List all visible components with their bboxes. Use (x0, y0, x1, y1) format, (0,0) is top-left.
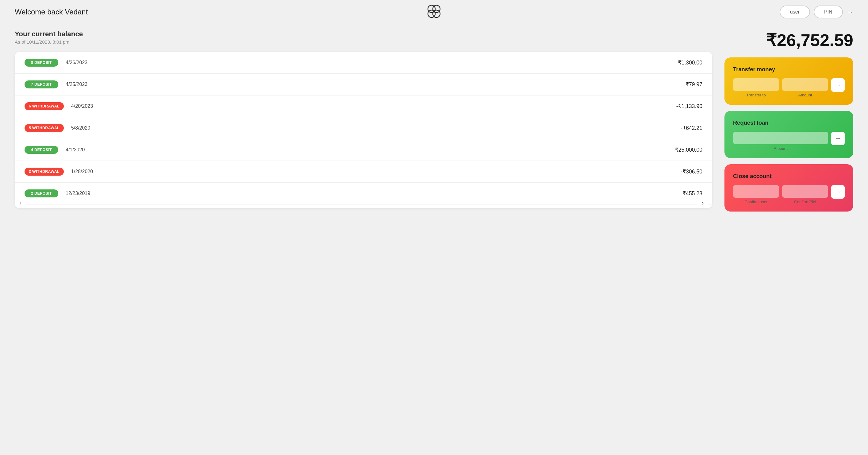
table-row: 4 DEPOSIT4/1/2020₹25,000.00 (15, 139, 712, 161)
confirm-user-wrap: Confirm user (733, 185, 779, 204)
svg-point-3 (433, 10, 440, 18)
transaction-amount: ₹79.97 (685, 81, 702, 88)
loan-card: Request loan Amount → (724, 111, 853, 158)
right-panel: ₹26,752.59 Transfer money Transfer to Am… (724, 30, 853, 211)
loan-fields-row: Amount → (733, 132, 845, 151)
transfer-to-label: Transfer to (747, 93, 766, 97)
transaction-date: 12/23/2019 (66, 191, 682, 196)
transactions-card: 8 DEPOSIT4/26/2023₹1,300.007 DEPOSIT4/25… (15, 52, 712, 208)
loan-submit-button[interactable]: → (831, 132, 845, 145)
user-button[interactable]: user (780, 5, 810, 19)
transfer-fields-row: Transfer to Amount → (733, 78, 845, 97)
confirm-pin-input[interactable] (782, 185, 828, 198)
logo (425, 2, 443, 22)
deposit-badge: 2 DEPOSIT (25, 190, 58, 197)
transfer-to-input[interactable] (733, 78, 779, 91)
transaction-amount: ₹1,300.00 (678, 60, 703, 66)
table-row: 3 WITHDRAWAL1/28/2020-₹306.50 (15, 161, 712, 183)
transaction-date: 5/8/2020 (71, 125, 681, 131)
confirm-pin-wrap: Confirm PIN (782, 185, 828, 204)
deposit-badge: 4 DEPOSIT (25, 146, 58, 154)
header-right: user PIN → (780, 5, 853, 19)
header-arrow[interactable]: → (846, 8, 853, 16)
action-cards: Transfer money Transfer to Amount → Requ… (724, 57, 853, 211)
transfer-to-wrap: Transfer to (733, 78, 779, 97)
scroll-right-arrow[interactable]: › (697, 198, 709, 208)
balance-date: As of 10/11/2023, 8:01 pm (15, 39, 712, 45)
balance-label: Your current balance (15, 30, 712, 38)
table-row: 7 DEPOSIT4/25/2023₹79.97 (15, 74, 712, 95)
table-row: 8 DEPOSIT4/26/2023₹1,300.00 (15, 52, 712, 74)
close-account-card: Close account Confirm user Confirm PIN → (724, 164, 853, 211)
table-row: 6 WITHDRAWAL4/20/2023-₹1,133.90 (15, 95, 712, 117)
close-account-title: Close account (733, 173, 845, 179)
transfer-amount-input[interactable] (782, 78, 828, 91)
welcome-text: Welcome back Vedant (15, 8, 88, 16)
table-row: 5 WITHDRAWAL5/8/2020-₹642.21 (15, 117, 712, 139)
transfer-submit-button[interactable]: → (831, 78, 845, 92)
loan-title: Request loan (733, 119, 845, 126)
pin-button[interactable]: PIN (814, 5, 843, 19)
transfer-amount-label: Amount (798, 93, 812, 97)
withdrawal-badge: 3 WITHDRAWAL (25, 168, 64, 176)
transfer-title: Transfer money (733, 66, 845, 73)
withdrawal-badge: 6 WITHDRAWAL (25, 102, 64, 110)
transaction-date: 4/25/2023 (66, 82, 685, 87)
loan-amount-label: Amount (774, 146, 787, 151)
close-fields-row: Confirm user Confirm PIN → (733, 185, 845, 204)
confirm-user-label: Confirm user (744, 200, 767, 204)
table-row: 2 DEPOSIT12/23/2019₹455.23 (15, 183, 712, 204)
transactions-scroll[interactable]: 8 DEPOSIT4/26/2023₹1,300.007 DEPOSIT4/25… (15, 52, 712, 204)
confirm-pin-label: Confirm PIN (794, 200, 816, 204)
transaction-date: 4/20/2023 (71, 104, 676, 109)
main-content: Your current balance As of 10/11/2023, 8… (0, 24, 868, 224)
transaction-amount: ₹25,000.00 (675, 147, 702, 153)
close-account-submit-button[interactable]: → (831, 185, 845, 199)
loan-amount-input[interactable] (733, 132, 828, 144)
transfer-amount-wrap: Amount (782, 78, 828, 97)
transaction-amount: ₹455.23 (682, 190, 702, 197)
transaction-amount: -₹1,133.90 (676, 103, 702, 110)
left-panel: Your current balance As of 10/11/2023, 8… (15, 30, 712, 211)
withdrawal-badge: 5 WITHDRAWAL (25, 124, 64, 132)
transaction-date: 1/28/2020 (71, 169, 681, 174)
transaction-amount: -₹642.21 (681, 125, 702, 132)
header: Welcome back Vedant user PIN → (0, 0, 868, 24)
loan-amount-wrap: Amount (733, 132, 828, 151)
deposit-badge: 8 DEPOSIT (25, 59, 58, 67)
balance-amount: ₹26,752.59 (724, 30, 853, 50)
transfer-card: Transfer money Transfer to Amount → (724, 57, 853, 105)
confirm-user-input[interactable] (733, 185, 779, 198)
transaction-amount: -₹306.50 (681, 169, 702, 175)
transaction-date: 4/26/2023 (66, 60, 678, 65)
scroll-left-arrow[interactable]: ‹ (15, 198, 26, 208)
balance-section: Your current balance As of 10/11/2023, 8… (15, 30, 712, 45)
transaction-date: 4/1/2020 (66, 147, 675, 152)
deposit-badge: 7 DEPOSIT (25, 80, 58, 88)
